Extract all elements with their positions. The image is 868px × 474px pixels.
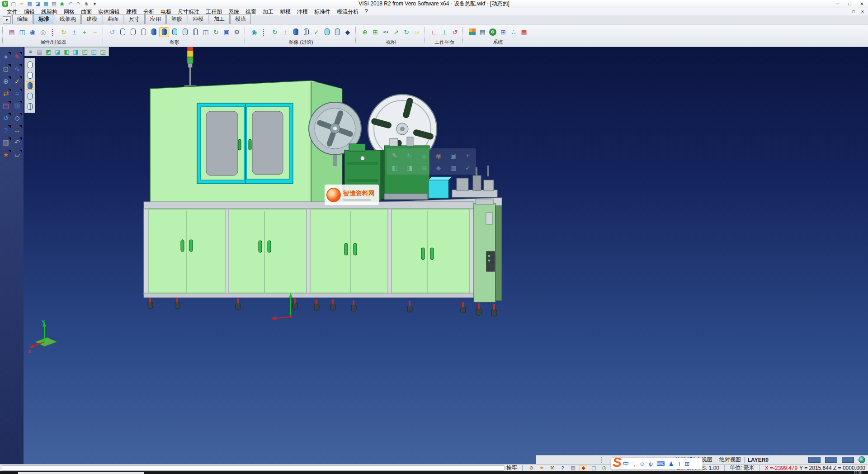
multi-shade-icon[interactable]: ◫ <box>201 27 211 37</box>
status-printer-icon[interactable]: ▤ <box>569 465 577 471</box>
save-icon[interactable]: ▦ <box>26 0 33 7</box>
refresh-tool[interactable]: ↺ <box>1 113 11 123</box>
solid-translucent-icon[interactable] <box>322 27 332 37</box>
shaded-edges-view-icon[interactable] <box>159 27 169 37</box>
tab-modeling[interactable]: 建模 <box>81 14 102 24</box>
show-all-icon[interactable]: + <box>80 27 90 37</box>
status-page-icon[interactable]: ▢ <box>590 465 598 471</box>
ime-emoji-icon[interactable]: ☺ <box>639 461 645 467</box>
menu-mould[interactable]: 塑模 <box>277 8 294 16</box>
render-hatch-icon[interactable] <box>26 102 34 111</box>
model-viewport[interactable]: ≡▤◩◪◧◨◰◱◲ <box>24 47 868 464</box>
open-folder-tool[interactable]: ▱ <box>12 149 23 160</box>
tab-wireframe[interactable]: 线架构 <box>55 14 81 24</box>
close-button[interactable]: ✕ <box>856 0 868 8</box>
hide-all-icon[interactable]: − <box>90 27 100 37</box>
render-hidden-icon[interactable] <box>26 71 34 80</box>
visi-logo-icon[interactable]: V <box>2 0 9 7</box>
help-tool[interactable]: ? <box>1 125 11 135</box>
ime-toolbox-icon[interactable]: ⊞ <box>684 461 689 467</box>
view-left-icon[interactable]: ◱ <box>90 48 98 55</box>
workplane-reset-icon[interactable]: ↺ <box>450 27 460 37</box>
solid-hatch-icon[interactable] <box>301 27 311 37</box>
zoom-dynamic-tool[interactable]: ⌖ <box>1 52 11 62</box>
advanced-view-icon[interactable]: ◉ <box>249 27 259 37</box>
machine-model[interactable] <box>136 47 511 360</box>
print-icon[interactable]: ▤ <box>51 0 57 7</box>
tab-edit[interactable]: 编辑 <box>12 14 33 24</box>
tab-mould[interactable]: 塑膜 <box>166 14 187 24</box>
hide-entities-icon[interactable]: ◎ <box>38 27 48 37</box>
quick-access-dropdown-icon[interactable]: ▾ <box>91 0 98 7</box>
attributes-tool[interactable]: ▤ <box>1 100 11 111</box>
status-cube-icon[interactable]: ◆ <box>580 465 587 471</box>
ghost-box-icon[interactable]: ▣ <box>446 149 460 161</box>
layer-color-bar[interactable] <box>825 457 837 463</box>
shade-copy-icon[interactable]: ▣ <box>222 27 231 37</box>
menu-flow-analysis[interactable]: 模流分析 <box>334 8 362 16</box>
status-pick-icon[interactable]: ★ <box>538 465 546 471</box>
system-settings-icon[interactable]: ▤ <box>477 27 487 37</box>
ghost-diamond-icon[interactable]: ◆ <box>431 161 446 174</box>
ime-voice-icon[interactable]: ψ <box>649 461 653 467</box>
panes-tool[interactable]: ⊞ <box>12 100 23 111</box>
ghost-pan-icon[interactable]: ✎ <box>387 149 402 161</box>
ghost-home-icon[interactable]: ⌂ <box>417 149 431 161</box>
actual-size-icon[interactable]: 1:1 <box>381 27 391 37</box>
menu-die[interactable]: 冲模 <box>294 8 311 16</box>
display-attributes-icon[interactable]: ▤ <box>7 27 17 37</box>
tab-machining[interactable]: 加工 <box>209 14 230 24</box>
delete-trash-tool[interactable]: ▥ <box>1 137 11 147</box>
menu-machining[interactable]: 加工 <box>259 8 277 16</box>
translucent-view-icon[interactable] <box>170 27 179 37</box>
zoom-extents-icon[interactable]: ⊞ <box>370 27 380 37</box>
cube-tool[interactable]: ◇ <box>12 113 23 123</box>
solid-flat-icon[interactable] <box>332 27 342 37</box>
tab-surface[interactable]: 曲面 <box>103 14 123 24</box>
sogou-logo-icon[interactable]: S <box>609 455 625 470</box>
undo-icon[interactable]: ↶ <box>67 0 74 7</box>
hatched-view-icon[interactable] <box>190 27 200 37</box>
solid-shade-icon[interactable] <box>291 27 301 37</box>
minimize-button[interactable]: ─ <box>831 0 844 8</box>
mdi-restore-button[interactable]: □ <box>849 9 858 15</box>
refresh-wireframe-icon[interactable]: ↺ <box>107 27 117 37</box>
status-tools-icon[interactable]: ⚒ <box>548 465 556 471</box>
curve-edit-tool[interactable]: ∿ <box>12 64 23 74</box>
view-right-icon[interactable]: ◨ <box>71 48 80 55</box>
view-back-icon[interactable]: ◰ <box>80 48 89 55</box>
maximize-button[interactable]: □ <box>844 0 856 8</box>
tab-dropdown-button[interactable]: ▼ <box>3 16 11 24</box>
move-axis-tool[interactable]: ⇄ <box>1 88 11 99</box>
save-all-icon[interactable]: ▩ <box>42 0 49 7</box>
workplane-xy-icon[interactable]: ∟ <box>429 27 439 37</box>
ghost-grid-icon[interactable]: ⊞ <box>417 161 431 174</box>
render-flat-icon[interactable] <box>26 91 34 100</box>
system-tools-icon[interactable]: ⚙ <box>488 27 498 37</box>
copy-attributes-icon[interactable]: ◫ <box>17 27 27 37</box>
advanced-filter-icon[interactable]: ⡇ <box>259 27 269 37</box>
delete-edit-tool[interactable]: ✎ <box>12 52 23 62</box>
hidden-line-view-icon[interactable] <box>128 27 138 37</box>
taskbar-window-button[interactable] <box>18 472 144 474</box>
assistant-icon[interactable]: ♞ <box>83 0 90 7</box>
tab-flow[interactable]: 模流 <box>230 14 251 24</box>
ghost-plus-icon[interactable]: + <box>461 149 475 161</box>
print-preview-icon[interactable]: ◉ <box>59 0 66 7</box>
open-file-icon[interactable]: ▱ <box>18 0 25 7</box>
ghost-panel-icon[interactable]: ▦ <box>446 161 460 174</box>
show-entities-icon[interactable]: ◉ <box>28 27 38 37</box>
view-grey-cube-icon[interactable]: ▤ <box>35 48 44 55</box>
toggle-visibility-icon[interactable]: ± <box>69 27 79 37</box>
status-clock-icon[interactable]: ◷ <box>600 465 608 471</box>
workplane-align-icon[interactable]: ⊥ <box>439 27 449 37</box>
ghost-half1-icon[interactable]: ◧ <box>387 161 402 174</box>
absolute-view-label[interactable]: 绝对视图 <box>719 456 741 464</box>
advanced-refresh-icon[interactable]: ↻ <box>270 27 280 37</box>
refresh-visibility-icon[interactable]: ↻ <box>59 27 69 37</box>
toolbar-drag-handle[interactable] <box>601 457 603 463</box>
save-as-icon[interactable]: ◪ <box>34 0 41 7</box>
redo-icon[interactable]: ↷ <box>75 0 82 7</box>
wireframe-view-icon[interactable] <box>118 27 127 37</box>
render-wireframe-icon[interactable] <box>26 60 34 69</box>
